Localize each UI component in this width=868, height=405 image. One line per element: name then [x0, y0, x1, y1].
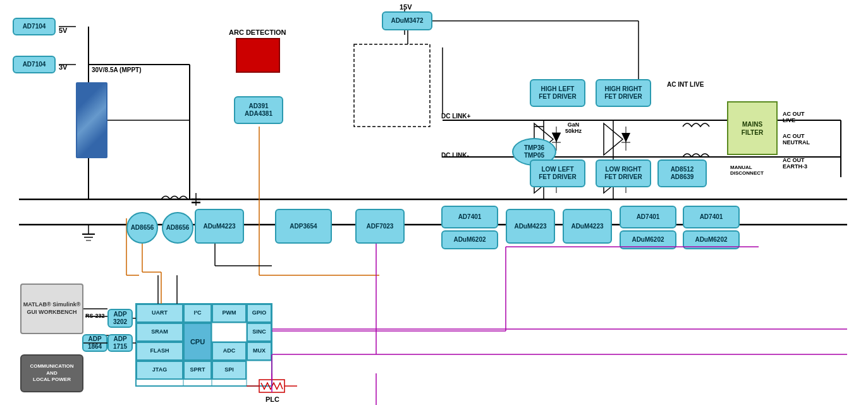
- mains-filter-label: MAINSFILTER: [742, 120, 763, 137]
- communication-label: COMMUNICATIONANDLOCAL POWER: [30, 363, 73, 383]
- mains-filter: MAINSFILTER: [727, 101, 778, 155]
- tmp36-label: TMP36TMP05: [524, 144, 544, 159]
- adp1864-label: ADP1864: [88, 335, 102, 351]
- v3-label: 3V: [59, 63, 67, 71]
- diagram: 5V AD7104 3V AD7104 30V/8.5A (MPPT) ARC …: [0, 0, 868, 405]
- gan-label: GaN50kHz: [565, 122, 582, 134]
- adp3202-chip: ADP3202: [107, 309, 133, 328]
- v5-label: 5V: [59, 27, 67, 34]
- high-right-fet-driver: HIGH RIGHTFET DRIVER: [596, 79, 651, 107]
- adp3654-chip: ADP3654: [275, 209, 332, 244]
- gpio-block: GPIO: [247, 304, 272, 323]
- high-left-fet-driver: HIGH LEFTFET DRIVER: [530, 79, 585, 107]
- adp3202-label: ADP3202: [113, 311, 127, 326]
- mux-block: MUX: [247, 342, 272, 361]
- v15-label: 15V: [400, 3, 412, 11]
- solar-panel: [76, 82, 107, 158]
- ac-out-earth-label: AC OUTEARTH-3: [783, 157, 807, 170]
- pwm-block: PWM: [212, 304, 247, 323]
- svg-marker-44: [552, 133, 561, 142]
- low-left-fet-driver: LOW LEFTFET DRIVER: [530, 159, 585, 187]
- arc-detection-block: [236, 38, 280, 73]
- ad7401-chip-2: AD7401: [620, 206, 676, 228]
- dc-link-plus-label: DC LINK+: [441, 113, 470, 120]
- ad8512-label: AD8512AD8639: [671, 166, 694, 181]
- adum6202-chip-1: ADuM6202: [441, 230, 498, 249]
- arc-detection-label: ARC DETECTION: [229, 28, 286, 36]
- ad8656-chip-1: AD8656: [126, 212, 158, 244]
- adum4223-chip-2: ADuM4223: [506, 209, 555, 244]
- flash-block: FLASH: [136, 342, 183, 361]
- ac-out-neutral-label: AC OUTNEUTRAL: [783, 133, 810, 146]
- cpu-block: CPU: [183, 323, 212, 361]
- sram-block: SRAM: [136, 323, 183, 342]
- spi-block: SPI: [212, 361, 247, 380]
- adum3472-chip: ADuM3472: [382, 11, 432, 30]
- ad8512-chip: AD8512AD8639: [657, 159, 707, 187]
- high-right-label: HIGH RIGHTFET DRIVER: [604, 85, 642, 101]
- adum6202-chip-3: ADuM6202: [683, 230, 740, 249]
- ac-int-live-label: AC INT LIVE: [667, 81, 704, 88]
- ad7401-chip-1: AD7401: [441, 206, 498, 228]
- plc-label: PLC: [266, 396, 279, 403]
- manual-disconnect-label: MANUALDISCONNECT: [730, 165, 764, 176]
- ad7104-chip-2: AD7104: [13, 56, 56, 73]
- svg-marker-48: [621, 133, 630, 142]
- ad391-label: AD391ADA4381: [245, 103, 272, 118]
- adum4223-chip-1: ADuM4223: [195, 209, 244, 244]
- matlab-box: MATLAB® Simulink® GUI WORKBENCH: [20, 284, 83, 334]
- adum6202-chip-2: ADuM6202: [620, 230, 676, 249]
- adf7023-chip: ADF7023: [355, 209, 405, 244]
- sinc-block: SINC: [247, 323, 272, 342]
- sprt-block: SPRT: [183, 361, 212, 380]
- adum4223-chip-3: ADuM4223: [563, 209, 612, 244]
- svg-rect-13: [354, 44, 430, 127]
- mppt-label: 30V/8.5A (MPPT): [92, 66, 142, 73]
- high-left-label: HIGH LEFTFET DRIVER: [539, 85, 576, 101]
- rs232-label: RS-232: [85, 313, 105, 319]
- ad391-chip: AD391ADA4381: [234, 96, 283, 124]
- jtag-block: JTAG: [136, 361, 183, 380]
- low-right-fet-driver: LOW RIGHTFET DRIVER: [596, 159, 651, 187]
- communication-box: COMMUNICATIONANDLOCAL POWER: [20, 354, 83, 392]
- adp1715-label: ADP1715: [113, 335, 127, 351]
- ad8656-chip-2: AD8656: [162, 212, 193, 244]
- i2c-block: I²C: [183, 304, 212, 323]
- adc-block: ADC: [212, 342, 247, 361]
- low-right-label: LOW RIGHTFET DRIVER: [604, 166, 642, 181]
- svg-marker-38: [604, 123, 623, 155]
- dc-link-minus-label: DC LINK-: [441, 152, 469, 159]
- svg-rect-58: [259, 380, 284, 392]
- adp1715-chip: ADP1715: [107, 334, 133, 352]
- low-left-label: LOW LEFTFET DRIVER: [539, 166, 576, 181]
- uart-block: UART: [136, 304, 183, 323]
- adp1864-chip: ADP1864: [82, 334, 107, 352]
- ad7104-chip-1: AD7104: [13, 18, 56, 35]
- ad7401-chip-3: AD7401: [683, 206, 740, 228]
- ac-out-live-label: AC OUTLIVE: [783, 111, 805, 123]
- matlab-label: MATLAB® Simulink® GUI WORKBENCH: [21, 301, 82, 316]
